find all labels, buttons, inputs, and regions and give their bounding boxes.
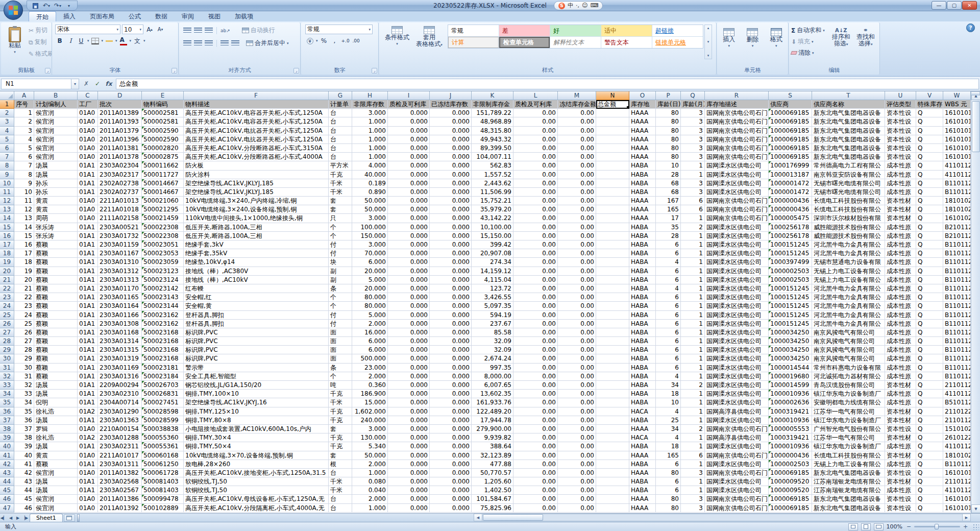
- cell-L23[interactable]: 0.00: [513, 293, 558, 302]
- cell-W31[interactable]: B110112: [943, 364, 971, 372]
- cell-J25[interactable]: 0.000: [430, 311, 472, 320]
- cell-J20[interactable]: 0.000: [430, 267, 472, 276]
- cell-B9[interactable]: 汤晨: [34, 171, 78, 179]
- cell-O3[interactable]: HAAA: [629, 117, 656, 126]
- cell-W17[interactable]: B110112: [943, 240, 971, 249]
- cell-N7[interactable]: [596, 153, 629, 161]
- cell-V29[interactable]: Q: [916, 346, 943, 354]
- cell-W24[interactable]: B110112: [943, 302, 971, 310]
- cell-D10[interactable]: 2302A02738: [98, 179, 142, 188]
- cell-H15[interactable]: 100.000: [352, 223, 388, 232]
- cell-C5[interactable]: 01A0: [78, 135, 98, 144]
- cell-F28[interactable]: 标识牌,PVC: [184, 337, 329, 346]
- cell-K4[interactable]: 48,315.80: [472, 127, 513, 135]
- row-header-43[interactable]: 43: [0, 469, 14, 477]
- cell-K43[interactable]: 50,770.57: [472, 469, 513, 477]
- cell-M42[interactable]: 0.00: [558, 460, 596, 469]
- cell-B17[interactable]: 蔡颖: [34, 240, 78, 249]
- cell-B36[interactable]: 徐礼浩: [34, 407, 78, 416]
- cell-E47[interactable]: 500102889: [142, 504, 184, 513]
- cell-A45[interactable]: 44: [14, 486, 34, 495]
- column-header-G[interactable]: G: [329, 91, 352, 100]
- cell-F24[interactable]: 安全帽,黄: [184, 302, 329, 310]
- cell-V20[interactable]: Q: [916, 267, 943, 276]
- cell-Q41[interactable]: 6: [681, 451, 705, 460]
- cell-F14[interactable]: 110kV电缆中间接头,1×1000,绝缘接头,铜: [184, 214, 329, 223]
- column-header-P[interactable]: P: [656, 91, 681, 100]
- prev-sheet-button[interactable]: ◀: [7, 514, 14, 522]
- cell-N31[interactable]: [596, 364, 629, 372]
- cell-P46[interactable]: 80: [656, 495, 681, 503]
- cell-K38[interactable]: 279,900.00: [472, 425, 513, 433]
- cell-N18[interactable]: [596, 249, 629, 258]
- cell-U5[interactable]: 资本性设: [885, 135, 916, 144]
- cell-F47[interactable]: 高压开关柜,AC10kV,分段隔离柜,小车式,4000A,无: [184, 504, 329, 513]
- cell-H27[interactable]: 16.000: [352, 328, 388, 337]
- chevron-down-icon[interactable]: ▾: [87, 39, 89, 43]
- cell-C45[interactable]: 01A1: [78, 486, 98, 495]
- cell-S33[interactable]: 1000014599: [769, 381, 812, 390]
- cell-N41[interactable]: [596, 451, 629, 460]
- cell-A42[interactable]: 41: [14, 460, 34, 469]
- cell-M45[interactable]: 0.00: [558, 486, 596, 495]
- ime-keyboard-icon[interactable]: ⌨: [590, 2, 598, 10]
- cell-W39[interactable]: 2610122: [943, 433, 971, 442]
- cell-N12[interactable]: [596, 197, 629, 205]
- cell-D36[interactable]: 2303A01290: [98, 407, 142, 416]
- scroll-left-button[interactable]: ◀: [474, 514, 482, 521]
- cell-O1[interactable]: 库存地: [629, 100, 656, 109]
- cell-L15[interactable]: 0.00: [513, 223, 558, 232]
- chevron-down-icon[interactable]: ▾: [130, 39, 132, 43]
- cell-Q38[interactable]: 2: [681, 425, 705, 433]
- cell-M16[interactable]: 0.00: [558, 232, 596, 240]
- cell-V28[interactable]: Q: [916, 337, 943, 346]
- cell-N30[interactable]: [596, 354, 629, 363]
- cell-E2[interactable]: 500002581: [142, 109, 184, 117]
- cell-W35[interactable]: B510112: [943, 398, 971, 407]
- cell-L35[interactable]: 0.00: [513, 398, 558, 407]
- cell-S7[interactable]: 1000069185: [769, 153, 812, 161]
- cell-W46[interactable]: 1610101: [943, 495, 971, 503]
- cell-B35[interactable]: 倪明: [34, 398, 78, 407]
- cell-L10[interactable]: 0.00: [513, 179, 558, 188]
- cell-F11[interactable]: 架空绝缘导线,AC1kV,JKLYJ,185: [184, 188, 329, 197]
- cell-K42[interactable]: 477.88: [472, 460, 513, 469]
- column-header-B[interactable]: B: [34, 91, 78, 100]
- cell-F38[interactable]: 小电阻接地成套装置,AC10kV,600A,10s,户内: [184, 425, 329, 433]
- cell-A10[interactable]: 9: [14, 179, 34, 188]
- cell-M38[interactable]: 0.00: [558, 425, 596, 433]
- cell-D45[interactable]: 2303A02567: [98, 486, 142, 495]
- cell-W16[interactable]: B210112: [943, 232, 971, 240]
- cell-V12[interactable]: Q: [916, 197, 943, 205]
- cell-S9[interactable]: 1000013187: [769, 171, 812, 179]
- cell-U10[interactable]: 成本性原: [885, 179, 916, 188]
- cell-B46[interactable]: 侯宜润: [34, 495, 78, 503]
- cell-H25[interactable]: 5.000: [352, 311, 388, 320]
- cell-E8[interactable]: 500011662: [142, 161, 184, 170]
- cell-D7[interactable]: 2011A01378: [98, 153, 142, 161]
- cell-S39[interactable]: 1000319421: [769, 433, 812, 442]
- column-header-C[interactable]: C: [78, 91, 98, 100]
- cell-H16[interactable]: 150.000: [352, 232, 388, 240]
- cell-C11[interactable]: 01A1: [78, 188, 98, 197]
- cell-I2[interactable]: 0.000: [388, 109, 430, 117]
- cell-P17[interactable]: 6: [656, 240, 681, 249]
- cell-V23[interactable]: Q: [916, 293, 943, 302]
- cell-O19[interactable]: HABA: [629, 258, 656, 267]
- cell-style-hyperlink[interactable]: 超链接: [652, 25, 703, 36]
- cell-N11[interactable]: [596, 188, 629, 197]
- cell-K37[interactable]: 17,944.78: [472, 416, 513, 425]
- cell-L42[interactable]: 0.00: [513, 460, 558, 469]
- cell-F27[interactable]: 标识牌,PVC: [184, 328, 329, 337]
- cell-W15[interactable]: B210112: [943, 223, 971, 232]
- cell-F31[interactable]: 警示带: [184, 364, 329, 372]
- cell-E35[interactable]: 500027451: [142, 398, 184, 407]
- cell-I3[interactable]: 0.000: [388, 117, 430, 126]
- cell-E29[interactable]: 500023168: [142, 346, 184, 354]
- cell-O31[interactable]: HABA: [629, 364, 656, 372]
- cell-B15[interactable]: 张乐涛: [34, 223, 78, 232]
- cell-K33[interactable]: 6,007.65: [472, 381, 513, 390]
- cell-G47[interactable]: 台: [329, 504, 352, 513]
- cell-U22[interactable]: 成本性原: [885, 284, 916, 293]
- cell-G3[interactable]: 台: [329, 117, 352, 126]
